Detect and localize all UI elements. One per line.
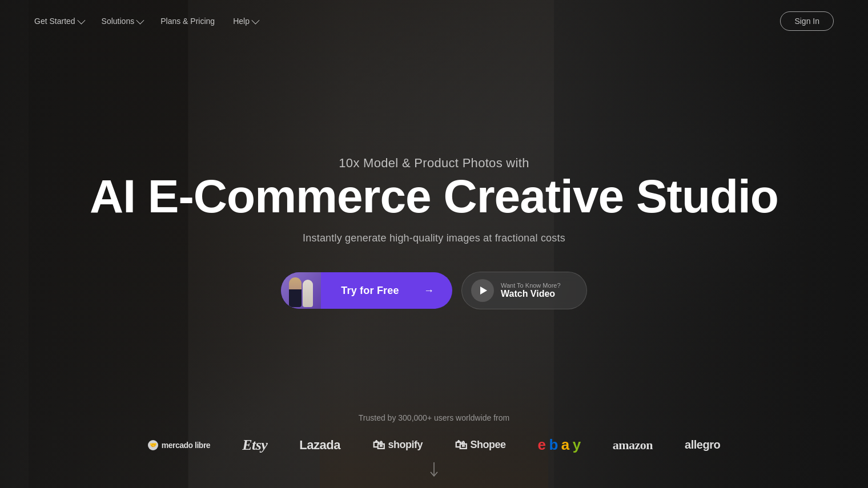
sign-in-button[interactable]: Sign In (780, 11, 834, 31)
watch-video-small-label: Want To Know More? (501, 282, 561, 289)
trusted-section: Trusted by 300,000+ users worldwide from… (0, 413, 868, 454)
try-for-free-button[interactable]: Try for Free → (281, 272, 452, 309)
nav-left: Get Started Solutions Plans & Pricing He… (34, 17, 258, 26)
nav-help[interactable]: Help (233, 17, 258, 26)
hero-description: Instantly generate high-quality images a… (303, 232, 565, 244)
nav-solutions[interactable]: Solutions (102, 17, 143, 26)
shopify-bag-icon: 🛍 (372, 438, 385, 453)
nav-help-label: Help (233, 17, 250, 26)
hero-title: AI E-Commerce Creative Studio (90, 172, 778, 221)
mannequin-figure (303, 280, 313, 307)
cta-row: Try for Free → Want To Know More? Watch … (281, 272, 587, 309)
ebay-logo: ebay (537, 436, 580, 454)
etsy-logo: Etsy (242, 437, 267, 454)
play-circle (471, 279, 494, 302)
nav-plans-pricing[interactable]: Plans & Pricing (160, 17, 215, 26)
nav-get-started[interactable]: Get Started (34, 17, 83, 26)
button-image-preview (281, 272, 321, 309)
shopify-logo: 🛍 shopify (372, 438, 423, 453)
nav-get-started-label: Get Started (34, 17, 75, 26)
allegro-logo: allegro (685, 438, 720, 451)
play-icon (480, 287, 487, 295)
mercado-libre-logo: 🤝 mercado libre (148, 440, 210, 450)
watch-video-button[interactable]: Want To Know More? Watch Video (461, 272, 587, 309)
chevron-down-icon (77, 17, 85, 25)
watch-video-text: Want To Know More? Watch Video (501, 282, 561, 299)
mercado-icon: 🤝 (148, 440, 158, 450)
brand-logos: 🤝 mercado libre Etsy Lazada 🛍 shopify 🛍 … (148, 436, 720, 454)
chevron-down-icon (136, 17, 144, 25)
trusted-text: Trusted by 300,000+ users worldwide from (359, 413, 509, 422)
shopee-logo: 🛍 Shopee (455, 438, 506, 453)
lazada-logo: Lazada (299, 438, 340, 453)
scroll-down-indicator (429, 462, 439, 482)
chevron-down-icon (251, 17, 259, 25)
navigation: Get Started Solutions Plans & Pricing He… (0, 0, 868, 42)
amazon-logo: amazon (613, 438, 653, 453)
arrow-right-icon: → (424, 285, 434, 297)
hero-wrapper: Get Started Solutions Plans & Pricing He… (0, 0, 868, 488)
button-figures (289, 274, 313, 307)
shopee-bag-icon: 🛍 (455, 438, 467, 453)
watch-video-main-label: Watch Video (501, 289, 561, 299)
nav-solutions-label: Solutions (102, 17, 135, 26)
try-free-label: Try for Free (321, 285, 419, 297)
model-figure (289, 277, 302, 307)
hero-line1: 10x Model & Product Photos with (339, 156, 529, 171)
nav-plans-pricing-label: Plans & Pricing (160, 17, 215, 26)
